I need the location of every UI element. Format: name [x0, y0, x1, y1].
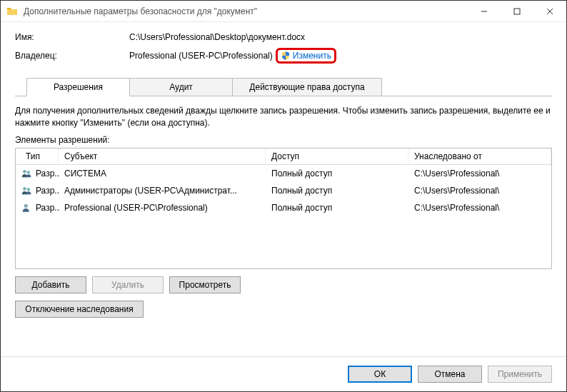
tabs: Разрешения Аудит Действующие права досту…: [15, 78, 552, 96]
window-title: Дополнительные параметры безопасности дл…: [24, 6, 468, 16]
row-subject: Professional (USER-PC\Professional): [59, 201, 266, 214]
user-icon: [21, 185, 33, 196]
elements-label: Элементы разрешений:: [15, 135, 552, 145]
column-subject[interactable]: Субъект: [59, 149, 266, 164]
footer: ОК Отмена Применить: [1, 356, 566, 391]
row-access: Полный доступ: [266, 201, 408, 214]
owner-value: Professional (USER-PC\Professional): [129, 51, 273, 61]
row-type: Разр...: [36, 203, 59, 213]
close-button[interactable]: [533, 1, 566, 21]
ok-button[interactable]: ОК: [348, 366, 412, 383]
column-access[interactable]: Доступ: [266, 149, 408, 164]
table-header: Тип Субъект Доступ Унаследовано от: [16, 149, 551, 165]
table-row[interactable]: Разр...Professional (USER-PC\Professiona…: [16, 199, 551, 216]
owner-row: Владелец: Professional (USER-PC\Professi…: [15, 48, 552, 64]
tab-permissions[interactable]: Разрешения: [26, 78, 130, 96]
cancel-button[interactable]: Отмена: [418, 366, 482, 383]
user-icon: [21, 168, 33, 179]
svg-rect-1: [514, 9, 520, 14]
svg-point-4: [23, 170, 26, 173]
owner-label: Владелец:: [15, 51, 129, 61]
svg-point-7: [27, 188, 30, 191]
titlebar: Дополнительные параметры безопасности дл…: [1, 1, 566, 22]
shield-icon: [281, 51, 291, 61]
change-owner-link[interactable]: Изменить: [293, 51, 331, 61]
column-type[interactable]: Тип: [16, 149, 59, 164]
row-access: Полный доступ: [266, 184, 408, 197]
window-controls: [468, 1, 566, 21]
table-buttons-row2: Отключение наследования: [15, 301, 552, 318]
svg-point-6: [23, 187, 26, 190]
name-value: C:\Users\Professional\Desktop\документ.d…: [129, 32, 552, 42]
view-button[interactable]: Просмотреть: [169, 276, 241, 293]
disable-inheritance-button[interactable]: Отключение наследования: [15, 301, 144, 318]
advanced-security-window: Дополнительные параметры безопасности дл…: [0, 0, 567, 392]
svg-point-5: [27, 171, 30, 174]
owner-value-container: Professional (USER-PC\Professional) Изме…: [129, 48, 552, 64]
row-type: Разр...: [36, 186, 59, 196]
folder-icon: [6, 6, 18, 17]
content-area: Имя: C:\Users\Professional\Desktop\докум…: [1, 22, 566, 356]
help-text: Для получения дополнительных сведений дв…: [15, 105, 552, 129]
row-inherited: C:\Users\Professional\: [408, 201, 551, 214]
row-subject: СИСТЕМА: [59, 167, 266, 180]
name-label: Имя:: [15, 32, 129, 42]
row-inherited: C:\Users\Professional\: [408, 184, 551, 197]
user-icon: [21, 202, 33, 213]
column-inherited[interactable]: Унаследовано от: [408, 149, 551, 164]
maximize-button[interactable]: [501, 1, 533, 21]
permissions-table: Тип Субъект Доступ Унаследовано от Разр.…: [15, 148, 552, 269]
minimize-button[interactable]: [468, 1, 501, 21]
table-row[interactable]: Разр...СИСТЕМАПолный доступC:\Users\Prof…: [16, 165, 551, 182]
tab-audit[interactable]: Аудит: [129, 78, 233, 96]
row-subject: Администраторы (USER-PC\Администрат...: [59, 184, 266, 197]
row-inherited: C:\Users\Professional\: [408, 167, 551, 180]
tab-effective-access[interactable]: Действующие права доступа: [232, 78, 382, 96]
row-access: Полный доступ: [266, 167, 408, 180]
table-row[interactable]: Разр...Администраторы (USER-PC\Администр…: [16, 182, 551, 199]
table-body: Разр...СИСТЕМАПолный доступC:\Users\Prof…: [16, 165, 551, 216]
table-buttons-row1: Добавить Удалить Просмотреть: [15, 276, 552, 293]
change-owner-highlight: Изменить: [276, 48, 336, 64]
svg-point-8: [24, 203, 28, 207]
name-row: Имя: C:\Users\Professional\Desktop\докум…: [15, 32, 552, 42]
apply-button: Применить: [488, 366, 552, 383]
row-type: Разр...: [36, 169, 59, 179]
add-button[interactable]: Добавить: [15, 276, 86, 293]
remove-button: Удалить: [92, 276, 164, 293]
